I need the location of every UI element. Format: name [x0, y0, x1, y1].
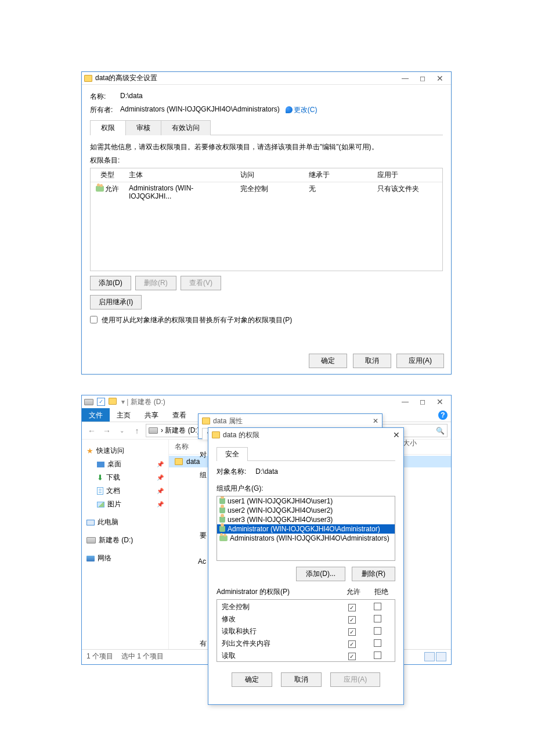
entries-label: 权限条目: [90, 156, 443, 165]
view-button[interactable]: 查看(V) [181, 276, 221, 290]
nav-pictures[interactable]: 图片📌 [85, 498, 165, 511]
adv-tabs: 权限 审核 有效访问 [90, 120, 443, 135]
allow-checkbox[interactable]: ✓ [348, 616, 356, 624]
tab-audit[interactable]: 审核 [125, 120, 161, 135]
close-button[interactable]: ✕ [431, 396, 449, 408]
remove-button[interactable]: 删除(R) [135, 276, 176, 290]
allow-checkbox[interactable]: ✓ [348, 628, 356, 636]
cancel-button[interactable]: 取消 [281, 672, 322, 687]
ok-button[interactable]: 确定 [309, 354, 347, 368]
permissions-dialog: data 的权限 ✕ 安全 对象名称: D:\data 组或用户名(G): us… [208, 427, 404, 705]
apply-button[interactable]: 应用(A) [396, 354, 444, 368]
close-button[interactable]: ✕ [431, 73, 449, 84]
nav-new-volume[interactable]: 新建卷 (D:) [85, 534, 165, 547]
tab-effective-access[interactable]: 有效访问 [161, 120, 211, 135]
prop-titlebar[interactable]: data 属性 ✕ [199, 414, 382, 428]
nav-downloads[interactable]: ⬇下载📌 [85, 471, 165, 484]
nav-up[interactable]: ↑ [131, 426, 143, 435]
close-icon[interactable]: ✕ [373, 417, 378, 425]
name-value: D:\data [120, 92, 143, 102]
help-icon[interactable]: ? [438, 411, 448, 420]
user-item[interactable]: user1 (WIN-IOJQGKJHI4O\user1) [217, 496, 395, 506]
deny-checkbox[interactable] [374, 603, 381, 610]
col-subject[interactable]: 主体 [124, 168, 236, 182]
pictures-icon [97, 502, 104, 507]
prop-fragment: 有 [200, 639, 207, 649]
pin-icon: 📌 [157, 488, 164, 494]
deny-checkbox[interactable] [374, 615, 381, 622]
close-icon[interactable]: ✕ [393, 430, 400, 440]
permission-row[interactable]: 允许 Administrators (WIN-IOJQGKJHI... 完全控制… [91, 182, 442, 202]
view-large-icon[interactable] [436, 652, 446, 661]
add-button[interactable]: 添加(D) [90, 276, 131, 290]
add-user-button[interactable]: 添加(D)... [296, 567, 345, 581]
perm-titlebar[interactable]: data 的权限 ✕ [208, 428, 403, 442]
perm-row-list: 列出文件夹内容✓ [217, 638, 395, 650]
tab-home[interactable]: 主页 [110, 408, 138, 422]
deny-checkbox[interactable] [374, 651, 381, 659]
col-inherit[interactable]: 继承于 [304, 168, 373, 182]
col-access[interactable]: 访问 [236, 168, 304, 182]
network-icon [86, 556, 95, 561]
replace-children-checkbox[interactable] [90, 316, 98, 323]
permission-table[interactable]: 类型 主体 访问 继承于 应用于 允许 Administrators (WIN-… [90, 168, 443, 271]
col-allow: 允许 [340, 587, 367, 597]
tab-view[interactable]: 查看 [165, 408, 193, 422]
allow-checkbox[interactable]: ✓ [348, 640, 356, 648]
user-list[interactable]: user1 (WIN-IOJQGKJHI4O\user1) user2 (WIN… [217, 496, 395, 561]
tab-security[interactable]: 安全 [217, 447, 248, 461]
prop-title: data 属性 [213, 416, 243, 426]
tab-share[interactable]: 共享 [138, 408, 165, 422]
nav-forward[interactable]: → [100, 426, 113, 435]
view-details-icon[interactable] [424, 652, 435, 661]
group-icon [219, 535, 228, 541]
deny-checkbox[interactable] [374, 627, 381, 635]
owner-value: Administrators (WIN-IOJQGKJHI4O\Administ… [120, 105, 280, 115]
deny-checkbox[interactable] [374, 639, 381, 647]
nav-this-pc[interactable]: 此电脑 [85, 516, 165, 529]
allow-checkbox[interactable]: ✓ [348, 653, 356, 660]
enable-inherit-button[interactable]: 启用继承(I) [90, 295, 142, 309]
adv-hint: 如需其他信息，请双击权限项目。若要修改权限项目，请选择该项目并单击"编辑"(如果… [90, 142, 443, 152]
pin-icon: 📌 [157, 474, 164, 481]
maximize-button[interactable]: ◻ [414, 396, 431, 408]
nav-network[interactable]: 网络 [85, 552, 165, 565]
adv-titlebar[interactable]: data的高级安全设置 — ◻ ✕ [82, 72, 451, 85]
minimize-button[interactable]: — [396, 396, 414, 408]
nav-back[interactable]: ← [85, 426, 98, 435]
disk-icon [149, 427, 158, 434]
maximize-button[interactable]: ◻ [414, 73, 431, 84]
qat-properties-icon[interactable]: ✓ [97, 398, 105, 406]
apply-button[interactable]: 应用(A) [330, 672, 380, 687]
allow-checkbox[interactable]: ✓ [348, 604, 356, 611]
object-name-value: D:\data [255, 467, 278, 476]
person-icon [219, 517, 225, 523]
nav-desktop[interactable]: 桌面📌 [85, 458, 165, 471]
nav-documents[interactable]: 文档📌 [85, 484, 165, 498]
tab-file[interactable]: 文件 [82, 408, 110, 422]
ok-button[interactable]: 确定 [232, 672, 272, 687]
change-owner-link[interactable]: 更改(C) [286, 105, 317, 115]
user-item-selected[interactable]: Administrator (WIN-IOJQGKJHI4O\Administr… [217, 524, 395, 534]
perm-row-read-exec: 读取和执行✓ [217, 625, 395, 638]
nav-quick-access[interactable]: ★快速访问 [85, 444, 165, 458]
col-type[interactable]: 类型 [91, 168, 124, 182]
user-item[interactable]: Administrators (WIN-IOJQGKJHI4O\Administ… [217, 534, 395, 543]
pin-icon: 📌 [157, 461, 164, 467]
cancel-button[interactable]: 取消 [353, 354, 391, 368]
advanced-security-dialog: data的高级安全设置 — ◻ ✕ 名称: D:\data 所有者: Admin… [81, 71, 452, 375]
selected-count: 选中 1 个项目 [121, 651, 164, 661]
disk-icon [86, 537, 96, 543]
explorer-titlebar[interactable]: ✓ ▾ | 新建卷 (D:) — ◻ ✕ [82, 395, 451, 408]
explorer-title: 新建卷 (D:) [131, 397, 396, 407]
minimize-button[interactable]: — [396, 73, 414, 84]
permission-grid[interactable]: 完全控制✓ 修改✓ 读取和执行✓ 列出文件夹内容✓ 读取✓ [217, 599, 395, 662]
remove-user-button[interactable]: 删除(R) [352, 567, 395, 581]
user-item[interactable]: user2 (WIN-IOJQGKJHI4O\user2) [217, 506, 395, 515]
col-applies[interactable]: 应用于 [373, 168, 442, 182]
user-item[interactable]: user3 (WIN-IOJQGKJHI4O\user3) [217, 515, 395, 524]
folder-icon [202, 417, 210, 424]
pc-icon [86, 520, 95, 525]
tab-permissions[interactable]: 权限 [90, 120, 126, 135]
nav-history[interactable]: ⌄ [116, 427, 128, 434]
